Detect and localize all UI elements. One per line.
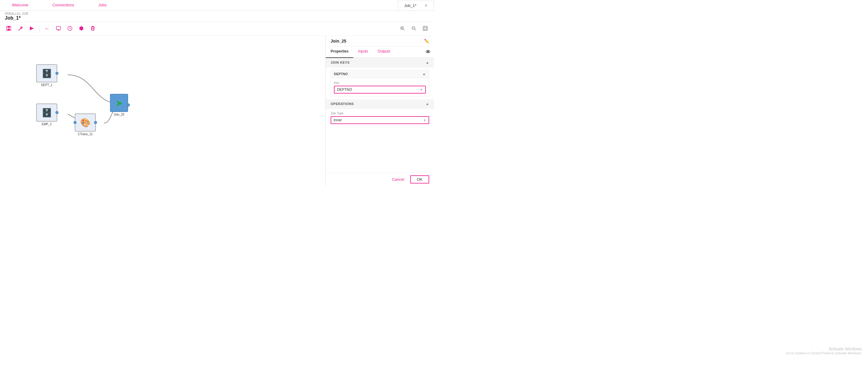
job-tab-label: Job_1* [404, 3, 416, 8]
join-type-value[interactable]: Inner ▼ [331, 116, 429, 124]
svg-rect-4 [56, 27, 61, 30]
clock-icon [67, 26, 73, 32]
schedule-button[interactable] [65, 24, 75, 34]
node-box-dept1[interactable]: 🗄️ [36, 64, 57, 82]
join25-label: Join_25 [114, 113, 124, 116]
nav-welcome[interactable]: Welcome [0, 0, 40, 10]
node-dept1[interactable]: 🗄️ DEPT_1 [36, 64, 57, 87]
job-header: PARALLEL JOB Job_1* [0, 11, 434, 22]
ok-button[interactable]: OK [410, 175, 429, 183]
top-nav: Welcome Connections Jobs Job_1* ✕ [0, 0, 434, 11]
join-type-value-text: Inner [334, 118, 423, 122]
svg-line-13 [403, 29, 404, 30]
back-button[interactable]: ← [42, 24, 52, 34]
tab-inputs[interactable]: Inputs [353, 47, 373, 58]
operations-section-header[interactable]: OPERATIONS ▲ [326, 99, 434, 109]
join25-icon: ➤ [116, 98, 123, 108]
svg-line-17 [415, 29, 416, 30]
emp2-label: EMP_2 [42, 122, 52, 126]
save-icon [6, 26, 11, 32]
panel-body: JOIN KEYS ▲ DEPTNO ▲ Key DEPTNO ▼ [326, 58, 434, 173]
delete-icon [90, 26, 96, 32]
job-tab[interactable]: Job_1* ✕ [398, 0, 434, 10]
tab-outputs[interactable]: Outputs [373, 47, 395, 58]
key-dropdown-arrow[interactable]: ▼ [420, 88, 423, 91]
node-box-emp2[interactable]: 🗄️ [36, 104, 57, 122]
ctrans11-input-dot[interactable] [73, 121, 76, 124]
gear-icon [79, 26, 84, 32]
close-icon[interactable]: ✕ [424, 3, 428, 8]
join25-output-dot[interactable] [127, 104, 130, 107]
nav-jobs[interactable]: Jobs [86, 0, 119, 10]
join-keys-chevron: ▲ [426, 60, 429, 64]
wrench-icon [18, 26, 23, 32]
key-value-text: DEPTNO [337, 87, 420, 92]
right-panel: Join_25 ✏️ Properties Inputs Outputs JOI… [326, 36, 434, 186]
node-box-join25[interactable]: ➤ [110, 94, 128, 112]
monitor-icon [56, 26, 61, 32]
key-field-label: Key [334, 81, 426, 85]
cancel-button[interactable]: Cancel [390, 175, 407, 183]
deptno-subsection: DEPTNO ▲ Key DEPTNO ▼ [331, 70, 429, 97]
deptno-subsection-title: DEPTNO [334, 72, 348, 76]
svg-rect-10 [92, 27, 94, 30]
nav-connections[interactable]: Connections [40, 0, 86, 10]
node-emp2[interactable]: 🗄️ EMP_2 [36, 104, 57, 126]
panel-footer: Cancel OK [326, 173, 434, 186]
emp2-output-dot[interactable] [56, 111, 59, 114]
deptno-subsection-header[interactable]: DEPTNO ▲ [331, 70, 429, 78]
svg-rect-11 [93, 26, 93, 27]
fit-icon [423, 26, 428, 32]
svg-rect-20 [424, 27, 427, 30]
zoom-out-button[interactable] [409, 24, 419, 34]
join-keys-section-header[interactable]: JOIN KEYS ▲ [326, 58, 434, 67]
properties-button[interactable] [15, 24, 25, 34]
node-join25[interactable]: ➤ Join_25 [110, 94, 128, 116]
zoom-in-button[interactable] [397, 24, 407, 34]
svg-line-9 [70, 28, 71, 29]
eye-icon[interactable] [422, 47, 434, 57]
parallel-label: PARALLEL JOB [5, 12, 429, 16]
svg-rect-19 [423, 26, 427, 30]
svg-rect-1 [7, 26, 10, 28]
save-button[interactable] [4, 24, 14, 34]
canvas[interactable]: 🗄️ DEPT_1 🗄️ EMP_2 🎨 CTrans_11 [0, 36, 326, 186]
svg-rect-2 [7, 29, 10, 30]
dept1-label: DEPT_1 [41, 83, 53, 87]
key-field-value[interactable]: DEPTNO ▼ [334, 86, 426, 93]
node-ctrans11[interactable]: 🎨 CTrans_11 [75, 113, 96, 136]
join-keys-title: JOIN KEYS [331, 61, 350, 64]
deptno-subsection-body: Key DEPTNO ▼ [331, 78, 429, 96]
operations-title: OPERATIONS [331, 102, 354, 106]
ctrans11-icon: 🎨 [80, 118, 91, 128]
join-type-dropdown-arrow[interactable]: ▼ [423, 119, 426, 122]
dept1-icon: 🗄️ [41, 68, 52, 79]
ctrans11-output-dot[interactable] [94, 121, 97, 124]
run-icon [29, 26, 34, 32]
delete-button[interactable] [88, 24, 98, 34]
back-icon: ← [44, 26, 50, 32]
toolbar: ← [0, 22, 434, 36]
emp2-icon: 🗄️ [41, 108, 52, 118]
join-type-label: Join Type [331, 112, 429, 115]
zoom-out-icon [411, 26, 416, 32]
settings-button[interactable] [76, 24, 87, 34]
panel-header: Join_25 ✏️ [326, 36, 434, 47]
edit-icon[interactable]: ✏️ [424, 39, 429, 44]
svg-point-22 [427, 51, 429, 53]
dept1-output-dot[interactable] [56, 72, 59, 75]
toolbar-right [397, 24, 430, 34]
join-type-container: Join Type Inner ▼ [331, 112, 429, 124]
deptno-chevron: ▲ [422, 72, 426, 76]
operations-chevron: ▲ [426, 102, 429, 106]
main-area: 🗄️ DEPT_1 🗄️ EMP_2 🎨 CTrans_11 [0, 36, 434, 186]
job-title: Job_1* [5, 16, 429, 21]
tab-properties[interactable]: Properties [326, 47, 353, 58]
node-box-ctrans11[interactable]: 🎨 [75, 113, 96, 132]
zoom-in-icon [400, 26, 405, 32]
monitor-button[interactable] [53, 24, 64, 34]
panel-tabs: Properties Inputs Outputs [326, 47, 434, 58]
fit-button[interactable] [420, 24, 430, 34]
run-button[interactable] [27, 24, 37, 34]
toolbar-separator-1 [39, 25, 39, 33]
